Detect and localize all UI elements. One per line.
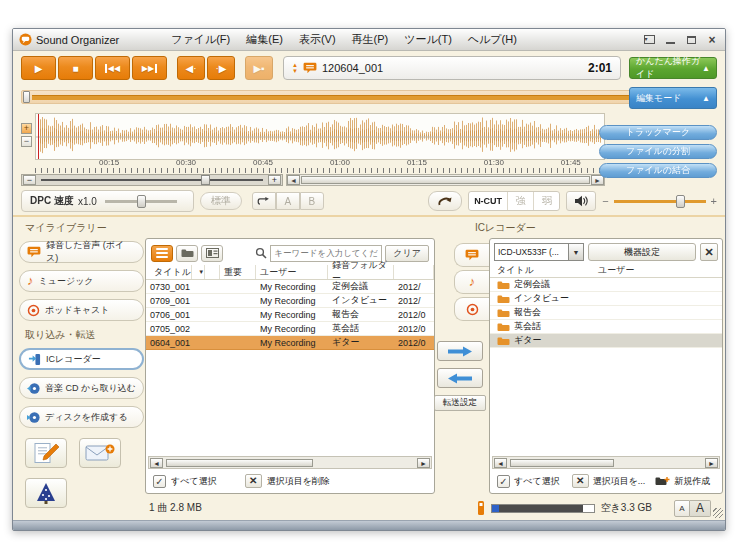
zoom-out-icon[interactable]: − [23, 175, 36, 185]
menu-file[interactable]: ファイル(F) [171, 32, 230, 47]
dpc-slider-knob[interactable] [137, 195, 146, 208]
menu-help[interactable]: ヘルプ(H) [468, 32, 517, 47]
file-split-button[interactable]: ファイルの分割 [599, 144, 717, 159]
table-row[interactable]: 0709_001 My Recording インタビュー 2012/ [146, 294, 434, 308]
table-row[interactable]: 0705_002 My Recording 英会話 2012/0 [146, 322, 434, 336]
column-folder[interactable]: 録音フォルダー [328, 265, 394, 279]
list-view-button[interactable] [151, 245, 173, 262]
mute-button[interactable] [566, 191, 596, 211]
jump-to-mark-button[interactable]: ▶▪ [245, 56, 273, 80]
select-all-checkbox[interactable]: ✓ [153, 475, 166, 488]
play-button[interactable]: ▶ [21, 56, 56, 80]
wave-scrollbar[interactable]: ◄ ► [286, 174, 605, 186]
table-row[interactable]: 0730_001 My Recording 定例会議 2012/ [146, 280, 434, 294]
ab-repeat-button[interactable] [252, 192, 276, 210]
sidebar-item-import-cd[interactable]: 音楽 CD から取り込む [19, 377, 144, 399]
delete-selected-icon[interactable]: ✕ [245, 474, 262, 488]
tab-podcast[interactable] [454, 297, 489, 321]
menu-play[interactable]: 再生(P) [352, 32, 389, 47]
wave-scrollbar-thumb[interactable] [301, 176, 590, 184]
previous-track-button[interactable]: ◀◀ [95, 56, 130, 80]
sidebar-item-podcast[interactable]: ポッドキャスト [19, 299, 144, 321]
device-dropdown[interactable]: ICD-UX533F (... ▼ [494, 243, 584, 261]
folder-row[interactable]: インタビュー [490, 292, 722, 306]
repeat-a-button[interactable]: A [276, 192, 300, 210]
chevron-down-icon[interactable]: ▼ [568, 244, 583, 260]
transfer-settings-button[interactable]: 転送設定 [434, 395, 486, 411]
volume-slider[interactable] [614, 200, 706, 203]
column-user[interactable]: ユーザー [598, 264, 722, 277]
new-folder-icon[interactable] [655, 476, 670, 487]
zoom-slider-thumb[interactable] [201, 175, 210, 185]
file-join-button[interactable]: ファイルの結合 [599, 163, 717, 178]
delete-selected-label[interactable]: 選択項目を... [593, 475, 646, 488]
minimize-icon[interactable] [666, 36, 675, 44]
sidebar-item-voice[interactable]: 録音した音声 (ボイス) [19, 241, 144, 263]
menu-view[interactable]: 表示(V) [299, 32, 336, 47]
repeat-b-button[interactable]: B [300, 192, 324, 210]
select-all-checkbox[interactable]: ✓ [497, 475, 510, 488]
dpc-slider[interactable] [105, 200, 177, 203]
seek-bar[interactable] [21, 90, 633, 104]
delete-selected-icon[interactable]: ✕ [572, 474, 589, 488]
volume-down-icon[interactable]: − [602, 195, 608, 207]
file-spinner[interactable]: ▲▼ [292, 62, 298, 74]
scrollbar-thumb[interactable] [510, 459, 614, 467]
transfer-right-button[interactable] [437, 341, 483, 361]
device-settings-button[interactable]: 機器設定 [588, 243, 696, 261]
recorder-scrollbar[interactable]: ◄ ► [492, 456, 720, 469]
scroll-right-icon[interactable]: ► [417, 458, 430, 468]
volume-up-icon[interactable]: + [711, 195, 717, 207]
sidebar-item-create-disc[interactable]: ディスクを作成する [19, 406, 144, 428]
scrollbar-thumb[interactable] [166, 459, 313, 467]
wave-zoom-slider[interactable]: − + [21, 174, 283, 186]
menu-edit[interactable]: 編集(E) [246, 32, 283, 47]
column-title[interactable]: タイトル ▼ [146, 265, 220, 279]
folder-row[interactable]: 定例会議 [490, 278, 722, 292]
panel-close-icon[interactable]: ✕ [700, 243, 718, 261]
table-row-selected[interactable]: 0604_001 My Recording ギター 2012/0 [146, 336, 434, 350]
folder-row-selected[interactable]: ギター [490, 334, 722, 348]
column-date[interactable] [394, 265, 434, 279]
volume-knob[interactable] [676, 195, 685, 208]
tab-voice[interactable] [454, 243, 489, 267]
wave-zoom-out-button[interactable]: − [21, 136, 32, 147]
resize-grip[interactable] [713, 508, 723, 518]
font-small-button[interactable]: A [674, 500, 690, 517]
easy-guide-button[interactable]: かんたん操作ガイド▲ [629, 57, 717, 79]
tab-music[interactable]: ♪ [454, 270, 489, 294]
close-icon[interactable]: × [705, 34, 719, 46]
mail-button[interactable] [79, 438, 121, 468]
menu-tools[interactable]: ツール(T) [404, 32, 452, 47]
dpc-standard-button[interactable]: 標準 [200, 192, 242, 210]
folder-row[interactable]: 英会話 [490, 320, 722, 334]
column-user[interactable]: ユーザー [256, 265, 328, 279]
maximize-icon[interactable] [687, 36, 696, 44]
folder-row[interactable]: 報告会 [490, 306, 722, 320]
seek-handle[interactable] [23, 91, 30, 103]
wave-zoom-in-button[interactable]: + [21, 123, 32, 134]
dock-window-icon[interactable]: ▾ [644, 35, 655, 44]
next-track-button[interactable]: ▶▶ [132, 56, 167, 80]
track-mark-button[interactable]: トラックマーク [599, 125, 717, 140]
scroll-left-icon[interactable]: ◄ [494, 458, 507, 468]
ncut-weak-button[interactable]: 弱 [533, 192, 559, 210]
font-large-button[interactable]: A [690, 500, 711, 517]
sidebar-item-music[interactable]: ♪ ミュージック [19, 270, 144, 292]
edit-mode-button[interactable]: 編集モード▲ [629, 87, 717, 109]
zoom-in-icon[interactable]: + [268, 175, 281, 185]
scroll-left-icon[interactable]: ◄ [287, 175, 300, 185]
stop-button[interactable]: ■ [58, 56, 93, 80]
transfer-left-button[interactable] [437, 368, 483, 388]
file-list-scrollbar[interactable]: ◄ ► [148, 456, 432, 469]
edit-note-button[interactable] [25, 438, 67, 468]
folder-view-button[interactable] [176, 245, 198, 262]
table-row[interactable]: 0706_001 My Recording 報告会 2012/0 [146, 308, 434, 322]
waveform-display[interactable] [35, 113, 605, 160]
ncut-strong-button[interactable]: 強 [507, 192, 533, 210]
fast-forward-button[interactable]: ·▶ [207, 56, 235, 80]
sidebar-item-ic-recorder[interactable]: ICレコーダー [19, 348, 144, 370]
column-title[interactable]: タイトル [490, 264, 598, 277]
delete-selected-label[interactable]: 選択項目を削除 [267, 475, 330, 488]
scroll-left-icon[interactable]: ◄ [150, 458, 163, 468]
